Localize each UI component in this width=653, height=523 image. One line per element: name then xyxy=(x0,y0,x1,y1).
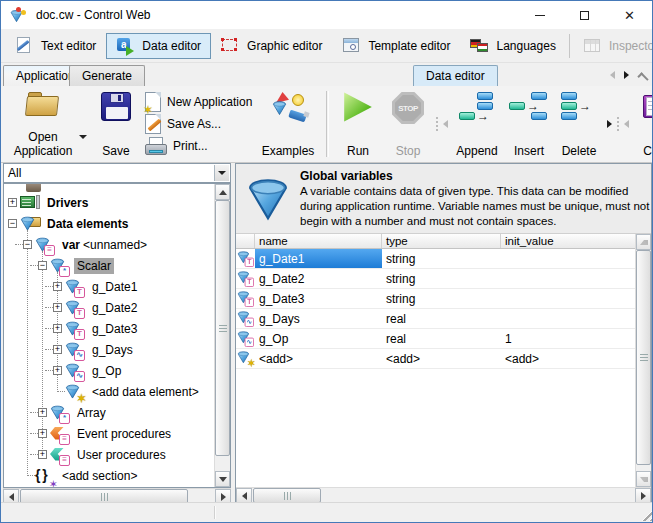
text-editor-button[interactable]: Text editor xyxy=(5,33,106,59)
insert-button[interactable]: → Insert xyxy=(505,88,553,160)
run-button[interactable]: Run xyxy=(334,88,382,160)
tab-data-editor[interactable]: Data editor xyxy=(413,65,498,86)
tree-item-add-section[interactable]: { }✶ <add section> xyxy=(4,465,214,486)
name-cell[interactable]: g_Days xyxy=(255,309,382,328)
tree-item-g-days[interactable]: + ∿ g_Days xyxy=(4,339,214,360)
examples-button[interactable]: Examples xyxy=(255,88,321,160)
scroll-down-button[interactable] xyxy=(215,471,230,487)
app-icon xyxy=(10,7,28,24)
scrollbar-thumb[interactable] xyxy=(636,250,651,465)
init-value-cell[interactable]: 1 xyxy=(501,329,635,348)
type-cell[interactable]: string xyxy=(382,289,501,308)
tree-item-g-date2[interactable]: + T g_Date2 xyxy=(4,297,214,318)
minimize-button[interactable] xyxy=(517,1,562,29)
delete-button[interactable]: → Delete xyxy=(553,88,605,160)
init-value-column-header[interactable]: init_value xyxy=(501,234,635,248)
table-horizontal-scrollbar[interactable] xyxy=(236,487,651,503)
graphic-editor-button[interactable]: Graphic editor xyxy=(211,33,332,59)
scroll-right-button[interactable] xyxy=(635,488,651,503)
save-as-button[interactable]: Save As... xyxy=(145,113,253,135)
expander-icon[interactable]: + xyxy=(53,282,62,291)
expander-icon[interactable]: + xyxy=(53,303,62,312)
name-cell[interactable]: g_Date1 xyxy=(255,249,382,268)
init-value-cell[interactable] xyxy=(501,289,635,308)
tree-item-scalar[interactable]: − * Scalar xyxy=(4,255,214,276)
tree-item-g-date1[interactable]: + T g_Date1 xyxy=(4,276,214,297)
maximize-button[interactable] xyxy=(562,1,607,29)
scrollbar-thumb[interactable] xyxy=(253,488,321,503)
scroll-up-button[interactable] xyxy=(215,184,230,200)
data-editor-button[interactable]: a Data editor xyxy=(106,33,211,59)
table-row[interactable]: ∿ g_Op real 1 xyxy=(236,329,635,349)
tab-scroll-right-button[interactable] xyxy=(620,66,634,84)
name-cell[interactable]: g_Date2 xyxy=(255,269,382,288)
tab-generate[interactable]: Generate xyxy=(69,65,145,86)
scrollbar-thumb[interactable] xyxy=(215,200,230,456)
context-help-button[interactable]: Cont xyxy=(630,88,652,160)
type-cell[interactable]: <add> xyxy=(382,349,501,368)
tree-item-data-elements[interactable]: − Data elements xyxy=(4,213,214,234)
tree-item-drivers[interactable]: + Drivers xyxy=(4,192,214,213)
stop-button: STOP Stop xyxy=(382,88,434,160)
tree-item-add-data-element[interactable]: ✶ <add data element> xyxy=(4,381,214,402)
window-title: doc.cw - Control Web xyxy=(36,8,151,22)
table-row-add[interactable]: ✶ <add> <add> <add> xyxy=(236,349,635,369)
init-value-cell[interactable]: <add> xyxy=(501,349,635,368)
type-cell[interactable]: real xyxy=(382,309,501,328)
tree-item-user-procedures[interactable]: + ≡ User procedures xyxy=(4,444,214,465)
new-application-button[interactable]: ✶ New Application xyxy=(145,91,253,113)
table-row[interactable]: T g_Date2 string xyxy=(236,269,635,289)
name-cell[interactable]: g_Op xyxy=(255,329,382,348)
print-button[interactable]: Print... xyxy=(145,135,253,157)
save-floppy-icon xyxy=(101,92,131,121)
name-cell[interactable]: g_Date3 xyxy=(255,289,382,308)
type-cell[interactable]: string xyxy=(382,269,501,288)
collapse-ribbon-button[interactable] xyxy=(636,66,650,84)
init-value-cell[interactable] xyxy=(501,249,635,268)
tree-vertical-scrollbar[interactable] xyxy=(214,184,230,487)
stop-icon: STOP xyxy=(392,92,424,124)
icon-column-header[interactable] xyxy=(236,234,255,248)
combobox-dropdown-button[interactable] xyxy=(214,165,229,181)
type-column-header[interactable]: type xyxy=(382,234,501,248)
type-cell[interactable]: string xyxy=(382,249,501,268)
name-column-header[interactable]: name xyxy=(255,234,382,248)
init-value-cell[interactable] xyxy=(501,269,635,288)
ribbon-separator xyxy=(326,91,329,157)
table-row[interactable]: ∿ g_Days real xyxy=(236,309,635,329)
scroll-left-button[interactable] xyxy=(236,488,252,503)
tree-item-var[interactable]: − ≡ var <unnamed> xyxy=(4,234,214,255)
global-variables-icon xyxy=(246,173,290,225)
tree-item-array[interactable]: + * Array xyxy=(4,402,214,423)
expander-icon[interactable]: + xyxy=(38,408,47,417)
name-cell[interactable]: <add> xyxy=(255,349,382,368)
open-application-button[interactable]: Open Application xyxy=(9,88,77,160)
init-value-cell[interactable] xyxy=(501,309,635,328)
close-button[interactable]: ✕ xyxy=(607,1,652,29)
expander-icon[interactable]: − xyxy=(8,219,17,228)
expander-icon[interactable]: + xyxy=(53,366,62,375)
resize-grip[interactable] xyxy=(640,508,653,521)
expander-icon[interactable]: + xyxy=(38,429,47,438)
expander-icon[interactable]: − xyxy=(23,240,32,249)
detail-panel: Global variables A variable contains dat… xyxy=(235,163,652,504)
expander-icon[interactable]: − xyxy=(38,261,47,270)
table-row[interactable]: T g_Date1 string xyxy=(236,249,635,269)
expander-icon[interactable]: + xyxy=(8,198,17,207)
tree-item-g-op[interactable]: + ∿ g_Op xyxy=(4,360,214,381)
append-button[interactable]: → Append xyxy=(449,88,505,160)
expander-icon[interactable]: + xyxy=(38,450,47,459)
table-row[interactable]: T g_Date3 string xyxy=(236,289,635,309)
type-cell[interactable]: real xyxy=(382,329,501,348)
tree-item-g-date3[interactable]: + T g_Date3 xyxy=(4,318,214,339)
table-vertical-scrollbar[interactable] xyxy=(635,234,651,487)
filter-combobox[interactable]: All xyxy=(3,163,231,183)
expander-icon[interactable]: + xyxy=(53,324,62,333)
group-scroll-right[interactable] xyxy=(605,88,615,160)
tree-item-event-procedures[interactable]: + ≡ Event procedures xyxy=(4,423,214,444)
languages-button[interactable]: Languages xyxy=(460,33,565,59)
open-application-dropdown[interactable] xyxy=(77,114,89,160)
template-editor-button[interactable]: Template editor xyxy=(332,33,460,59)
expander-icon[interactable]: + xyxy=(53,345,62,354)
save-button[interactable]: Save xyxy=(89,88,143,160)
